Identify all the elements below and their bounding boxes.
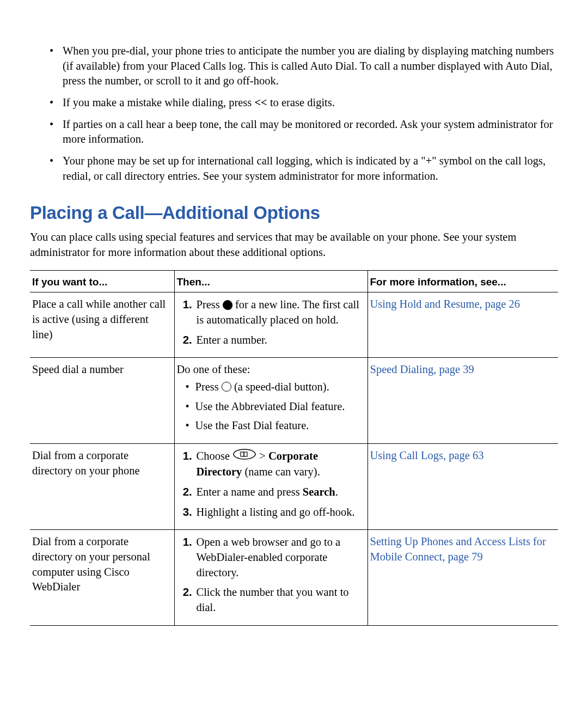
want-cell: Speed dial a number xyxy=(30,358,174,444)
intro-paragraph: You can place calls using special featur… xyxy=(30,230,558,260)
sub-item: Press (a speed-dial button). xyxy=(195,380,363,395)
then-cell: Open a web browser and go to a WebDialer… xyxy=(174,530,367,625)
table-row: Dial from a corporate directory on your … xyxy=(30,530,558,625)
table-row: Place a call while another call is activ… xyxy=(30,292,558,358)
step-text: Choose xyxy=(197,450,233,462)
sub-item: Use the Abbreviated Dial feature. xyxy=(195,399,363,414)
info-cell: Using Hold and Resume, page 26 xyxy=(367,292,558,358)
speed-dial-button-icon xyxy=(222,382,231,392)
step-text: . xyxy=(335,486,338,498)
then-cell: Do one of these: Press (a speed-dial but… xyxy=(174,358,367,444)
want-cell: Dial from a corporate directory on your … xyxy=(30,444,174,530)
col-header-then: Then... xyxy=(174,270,367,292)
want-cell: Dial from a corporate directory on your … xyxy=(30,530,174,625)
list-item: If parties on a call hear a beep tone, t… xyxy=(63,117,558,147)
table-row: Speed dial a number Do one of these: Pre… xyxy=(30,358,558,444)
xref-link[interactable]: Using Call Logs, page 63 xyxy=(370,449,484,461)
col-header-want: If you want to... xyxy=(30,270,174,292)
step-text: > xyxy=(256,450,268,462)
step: Click the number that you want to dial. xyxy=(195,584,363,615)
info-cell: Speed Dialing, page 39 xyxy=(367,358,558,444)
directories-button-icon xyxy=(232,449,256,464)
step: Highlight a listing and go off-hook. xyxy=(195,504,363,520)
then-cell: Choose > Corporate Directory (name can v… xyxy=(174,444,367,530)
list-item: Your phone may be set up for internation… xyxy=(63,154,558,184)
step-text: Enter a name and press xyxy=(197,486,303,498)
table-row: Dial from a corporate directory on your … xyxy=(30,444,558,530)
line-button-icon xyxy=(223,300,232,310)
svg-point-0 xyxy=(234,449,255,459)
col-header-info: For more information, see... xyxy=(367,270,558,292)
bullet-text: If you make a mistake while dialing, pre… xyxy=(63,96,254,108)
xref-link[interactable]: Setting Up Phones and Access Lists for M… xyxy=(370,535,546,563)
list-item: If you make a mistake while dialing, pre… xyxy=(63,95,558,111)
want-cell: Place a call while another call is activ… xyxy=(30,292,174,358)
step: Open a web browser and go to a WebDialer… xyxy=(195,534,363,580)
step-text: Press xyxy=(197,298,223,310)
erase-key: << xyxy=(254,96,267,108)
section-heading: Placing a Call—Additional Options xyxy=(30,203,558,223)
info-cell: Using Call Logs, page 63 xyxy=(367,444,558,530)
step: Press for a new line. The first call is … xyxy=(195,297,363,327)
xref-link[interactable]: Using Hold and Resume, page 26 xyxy=(370,298,520,310)
xref-link[interactable]: Speed Dialing, page 39 xyxy=(370,363,474,375)
sub-item: Use the Fast Dial feature. xyxy=(195,418,363,434)
step-text: (name can vary). xyxy=(242,466,320,478)
procedure-table: If you want to... Then... For more infor… xyxy=(30,270,558,626)
sub-text: (a speed-dial button). xyxy=(231,381,329,393)
then-cell: Press for a new line. The first call is … xyxy=(174,292,367,358)
top-bullet-list: When you pre-dial, your phone tries to a… xyxy=(30,44,558,184)
step: Enter a name and press Search. xyxy=(195,484,363,500)
info-cell: Setting Up Phones and Access Lists for M… xyxy=(367,530,558,625)
lead-text: Do one of these: xyxy=(177,362,363,377)
step: Choose > Corporate Directory (name can v… xyxy=(195,448,363,480)
sub-text: Press xyxy=(195,381,222,393)
bullet-text: to erase digits. xyxy=(267,96,335,108)
list-item: When you pre-dial, your phone tries to a… xyxy=(63,44,558,89)
step: Enter a number. xyxy=(195,332,363,348)
step-bold: Search xyxy=(303,486,335,498)
